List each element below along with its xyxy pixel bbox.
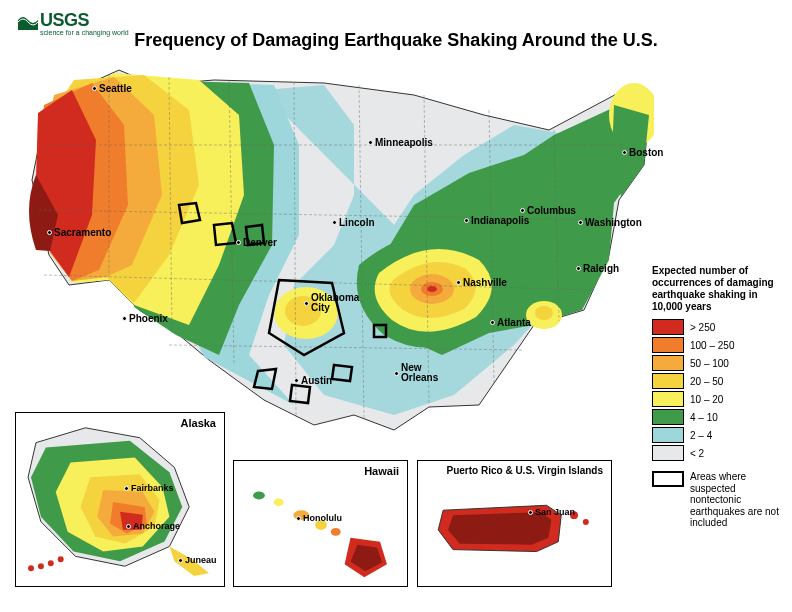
legend-item-4: 10 – 20: [652, 391, 782, 407]
city-raleigh: Raleigh: [576, 263, 619, 274]
city-nashville: Nashville: [456, 277, 507, 288]
legend-item-1: 100 – 250: [652, 337, 782, 353]
city-indianapolis: Indianapolis: [464, 215, 529, 226]
inset-alaska: Alaska Fairbanks Anchorage Juneau: [15, 412, 225, 587]
svg-point-7: [535, 306, 553, 320]
nontectonic-outline-icon: [652, 471, 684, 487]
city-columbus: Columbus: [520, 205, 576, 216]
svg-point-4: [427, 286, 437, 292]
city-denver: Denver: [236, 237, 277, 248]
city-juneau: Juneau: [178, 555, 217, 565]
svg-point-18: [583, 519, 589, 525]
legend-title: Expected number of occurrences of damagi…: [652, 265, 782, 313]
svg-point-8: [58, 556, 64, 562]
inset-pr-label: Puerto Rico & U.S. Virgin Islands: [446, 465, 603, 476]
svg-point-16: [331, 528, 341, 536]
city-austin: Austin: [294, 375, 332, 386]
inset-pr: Puerto Rico & U.S. Virgin Islands San Ju…: [417, 460, 612, 587]
legend-item-7: < 2: [652, 445, 782, 461]
svg-point-11: [28, 565, 34, 571]
svg-point-12: [253, 492, 265, 500]
legend: Expected number of occurrences of damagi…: [652, 265, 782, 529]
legend-item-0: > 250: [652, 319, 782, 335]
city-atlanta: Atlanta: [490, 317, 531, 328]
inset-hawaii-label: Hawaii: [364, 465, 399, 477]
city-washington: Washington: [578, 217, 642, 228]
swatch-icon: [652, 319, 684, 335]
svg-point-13: [274, 498, 284, 506]
city-seattle: Seattle: [92, 83, 132, 94]
svg-point-10: [38, 563, 44, 569]
map-title: Frequency of Damaging Earthquake Shaking…: [0, 30, 792, 51]
legend-item-3: 20 – 50: [652, 373, 782, 389]
city-new-orleans: New Orleans: [394, 363, 438, 383]
logo-text: USGS: [40, 10, 89, 30]
city-phoenix: Phoenix: [122, 313, 168, 324]
city-san-juan: San Juan: [528, 507, 575, 517]
svg-point-9: [48, 560, 54, 566]
city-minneapolis: Minneapolis: [368, 137, 433, 148]
city-lincoln: Lincoln: [332, 217, 375, 228]
city-honolulu: Honolulu: [296, 513, 342, 523]
legend-item-5: 4 – 10: [652, 409, 782, 425]
inset-alaska-label: Alaska: [181, 417, 216, 429]
city-sacramento: Sacramento: [47, 227, 111, 238]
city-fairbanks: Fairbanks: [124, 483, 174, 493]
city-oklahoma-city: Oklahoma City: [304, 293, 359, 313]
legend-item-6: 2 – 4: [652, 427, 782, 443]
legend-item-2: 50 – 100: [652, 355, 782, 371]
city-anchorage: Anchorage: [126, 521, 180, 531]
inset-hawaii: Hawaii Honolulu: [233, 460, 408, 587]
city-boston: Boston: [622, 147, 663, 158]
legend-nontectonic: Areas where suspected nontectonic earthq…: [652, 471, 782, 529]
